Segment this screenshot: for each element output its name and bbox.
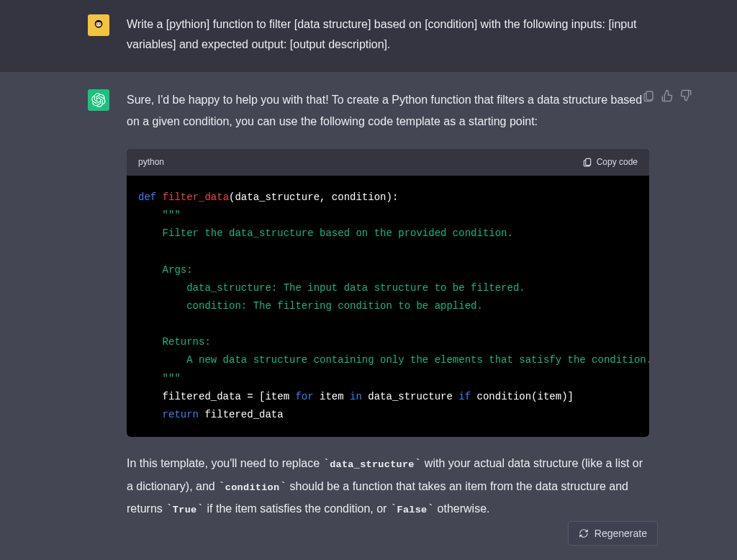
user-message-text: Write a [pythion] function to filter [da… (127, 14, 649, 55)
regenerate-label: Regenerate (594, 528, 647, 539)
thumbs-down-icon[interactable] (679, 89, 692, 102)
thumbs-up-icon[interactable] (661, 89, 674, 102)
assistant-message-section: Sure, I'd be happy to help you with that… (0, 72, 737, 560)
assistant-message-content: Sure, I'd be happy to help you with that… (127, 89, 649, 520)
user-message-section: Write a [pythion] function to filter [da… (0, 0, 737, 72)
code-header: python Copy code (127, 149, 649, 176)
copy-code-label: Copy code (597, 155, 638, 170)
assistant-avatar (88, 89, 109, 111)
code-scrollable-area[interactable]: def filter_data(data_structure, conditio… (127, 176, 649, 437)
clipboard-icon (582, 157, 592, 167)
svg-rect-5 (585, 159, 590, 166)
assistant-intro-text: Sure, I'd be happy to help you with that… (127, 89, 649, 133)
clipboard-icon[interactable] (642, 89, 655, 102)
code-block: python Copy code def filter_data(data_st… (127, 149, 649, 437)
message-action-icons (642, 89, 692, 102)
user-avatar-icon (91, 17, 107, 33)
assistant-outro-text: In this template, you'll need to replace… (127, 453, 649, 520)
svg-rect-6 (646, 91, 653, 100)
user-avatar (88, 14, 109, 36)
copy-code-button[interactable]: Copy code (582, 155, 638, 170)
code-language-label: python (138, 155, 164, 170)
code-content: def filter_data(data_structure, conditio… (127, 176, 649, 437)
svg-point-3 (96, 23, 97, 24)
svg-point-4 (99, 23, 100, 24)
refresh-icon (579, 528, 589, 538)
regenerate-button[interactable]: Regenerate (568, 521, 658, 546)
assistant-logo-icon (91, 93, 106, 107)
